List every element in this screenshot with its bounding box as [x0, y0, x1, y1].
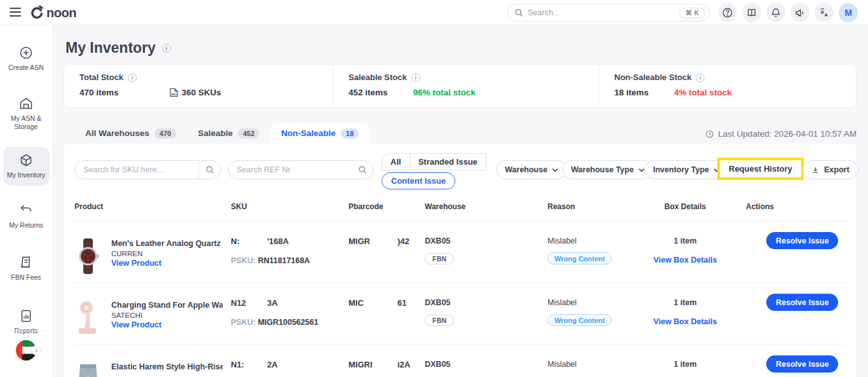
tab-count-badge: 470 — [155, 128, 176, 139]
plus-circle-icon — [18, 45, 34, 60]
warehouse-code: DXB05 — [425, 298, 548, 307]
non-saleable-stock-percent: 4% total stock — [674, 88, 732, 97]
view-product-link[interactable]: View Product — [111, 320, 162, 329]
request-history-highlight: Request History — [717, 158, 804, 180]
search-shortcut-hint: ⌘ K — [679, 8, 705, 18]
warehouse-type-dropdown[interactable]: Warehouse Type — [562, 160, 654, 179]
sidebar-item-my-returns[interactable]: My Returns — [3, 197, 50, 235]
sku-value: N1:2A — [231, 360, 348, 369]
non-saleable-stock-items: 18 items — [614, 88, 649, 97]
col-box-details: Box Details — [624, 202, 746, 211]
warehouse-dropdown[interactable]: Warehouse — [496, 160, 567, 179]
saleable-stock-percent: 96% total stock — [413, 88, 476, 97]
ref-search-input[interactable]: Search REF Nr — [228, 160, 374, 179]
clock-icon — [705, 130, 714, 139]
total-stock-info-icon[interactable]: i — [128, 73, 137, 82]
view-box-details-link[interactable]: View Box Details — [654, 256, 717, 264]
fbn-tag: FBN — [425, 253, 454, 264]
product-brand: SATECHI — [111, 312, 223, 319]
psku-value: PSKU: MIGR100562561 — [231, 318, 348, 327]
issue-filter-content-active[interactable]: Content Issue — [382, 172, 455, 189]
table-header: Product SKU Pbarcode Warehouse Reason Bo… — [74, 202, 846, 221]
cube-icon — [18, 153, 34, 168]
saleable-stock-stat: Saleable Stocki 452 items 96% total stoc… — [333, 65, 599, 107]
sku-doc-icon: SKU — [170, 88, 178, 97]
toolbar-divider — [794, 160, 794, 179]
inventory-panel: Search for SKU here... Search REF Nr All… — [64, 144, 857, 377]
col-reason: Reason — [548, 202, 624, 211]
product-image-charging-stand — [74, 300, 102, 336]
col-product: Product — [74, 202, 231, 211]
export-button[interactable]: Export — [803, 160, 858, 179]
sku-search-input[interactable]: Search for SKU here... — [74, 160, 221, 179]
view-product-link[interactable]: View Product — [111, 259, 162, 268]
search-icon[interactable] — [352, 161, 373, 179]
issue-filter-stranded[interactable]: Stranded Issue — [410, 154, 486, 170]
tab-all-warehouses[interactable]: All Warehouses470 — [74, 123, 187, 144]
inventory-type-dropdown[interactable]: Inventory Type — [644, 160, 729, 179]
bell-icon[interactable] — [766, 3, 785, 22]
tab-count-badge: 452 — [238, 128, 259, 139]
warehouse-code: DXB05 — [425, 360, 548, 369]
col-warehouse: Warehouse — [425, 202, 548, 211]
pbarcode-value: MIC61 — [348, 298, 425, 308]
help-icon[interactable] — [718, 3, 737, 22]
saleable-stock-info-icon[interactable]: i — [411, 73, 420, 82]
menu-icon[interactable] — [10, 8, 21, 17]
table-body: Men's Leather Analog Quartz ... CURREN V… — [74, 221, 846, 377]
sidebar-item-fbn-fees[interactable]: FBN Fees — [3, 249, 50, 287]
box-quantity: 1 item — [624, 360, 746, 369]
product-title: Charging Stand For Apple Wa... — [111, 301, 223, 310]
receipt-icon — [18, 255, 34, 270]
sidebar-item-my-inventory[interactable]: My Inventory — [3, 147, 50, 185]
warehouse-icon — [18, 96, 34, 111]
search-placeholder: Search... — [528, 8, 679, 17]
main-content: My Inventory i Total Stocki 470 items SK… — [53, 25, 868, 377]
warehouse-tabs: All Warehouses470 Saleable452 Non-Saleab… — [74, 123, 369, 144]
search-icon — [514, 8, 523, 17]
box-quantity: 1 item — [624, 298, 746, 307]
country-switcher-uae-flag[interactable]: › — [15, 339, 37, 361]
product-image-pants — [74, 362, 102, 377]
resolve-issue-button[interactable]: Resolve Issue — [766, 232, 838, 249]
psku-value: PSKU: RN11817168A — [231, 256, 348, 265]
box-quantity: 1 item — [624, 236, 746, 245]
product-title: Men's Leather Analog Quartz ... — [111, 239, 223, 248]
megaphone-icon[interactable] — [790, 3, 809, 22]
wrong-content-tag: Wrong Content — [548, 314, 612, 326]
sku-value: N123A — [231, 298, 348, 308]
global-search-input[interactable]: Search... ⌘ K — [507, 4, 710, 22]
sidebar-item-reports[interactable]: Reports — [3, 303, 50, 341]
warehouse-code: DXB05 — [425, 236, 548, 245]
tab-non-saleable[interactable]: Non-Saleable18 — [270, 123, 369, 144]
translate-icon[interactable]: A — [815, 3, 834, 22]
svg-text:A: A — [824, 12, 828, 18]
sidebar: Create ASN My ASN & Storage My Inventory… — [0, 25, 53, 377]
tab-count-badge: 18 — [341, 128, 359, 139]
sidebar-item-create-asn[interactable]: Create ASN — [3, 39, 50, 78]
col-sku: SKU — [231, 202, 348, 211]
non-saleable-stock-info-icon[interactable]: i — [696, 73, 705, 82]
svg-text:SKU: SKU — [171, 93, 177, 96]
user-avatar[interactable]: M — [839, 3, 858, 22]
issue-filter-all[interactable]: All — [382, 154, 410, 170]
stock-summary-card: Total Stocki 470 items SKU 360 SKUs Sale… — [64, 64, 857, 107]
search-icon[interactable] — [198, 161, 220, 179]
book-icon[interactable] — [742, 3, 761, 22]
table-row: Elastic Harem Style High-Rise... N1:2A M… — [74, 345, 846, 377]
tab-saleable[interactable]: Saleable452 — [187, 123, 270, 144]
pbarcode-value: MIGRIi2A — [348, 360, 425, 369]
last-updated-text: Last Updated: 2026-04-01 10:57 AM — [705, 129, 857, 139]
view-box-details-link[interactable]: View Box Details — [654, 317, 717, 326]
sidebar-item-my-asn-storage[interactable]: My ASN & Storage — [3, 90, 50, 137]
top-bar: noon Search... ⌘ K A M — [0, 0, 868, 25]
request-history-button[interactable]: Request History — [720, 160, 801, 177]
total-stock-stat: Total Stocki 470 items SKU 360 SKUs — [64, 65, 333, 107]
noon-logo[interactable]: noon — [29, 4, 76, 21]
non-saleable-stock-stat: Non-Saleable Stocki 18 items 4% total st… — [599, 65, 856, 107]
resolve-issue-button[interactable]: Resolve Issue — [766, 355, 838, 373]
page-title-info-icon[interactable]: i — [162, 44, 171, 53]
noon-swirl-icon — [29, 4, 45, 21]
resolve-issue-button[interactable]: Resolve Issue — [766, 294, 838, 311]
chevron-right-icon: › — [31, 345, 41, 355]
